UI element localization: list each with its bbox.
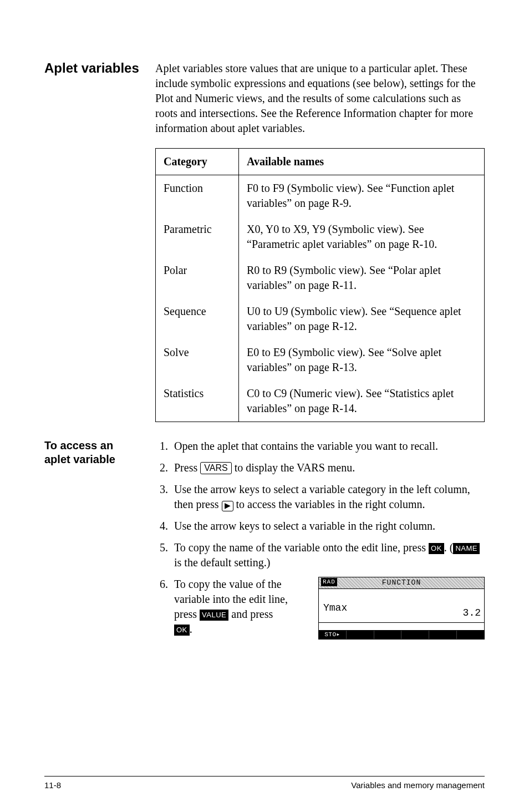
right-arrow-key: ▶ [222,501,233,511]
page-number: 11-8 [44,780,61,790]
table-row: Sequence U0 to U9 (Symbolic view). See “… [156,298,485,339]
table-cell-desc: X0, Y0 to X9, Y9 (Symbolic view). See “P… [239,216,485,257]
table-row: Function F0 to F9 (Symbolic view). See “… [156,175,485,217]
table-cell-category: Solve [156,339,239,380]
ok-softkey: OK [429,543,444,554]
table-cell-desc: U0 to U9 (Symbolic view). See “Sequence … [239,298,485,339]
step-4: Use the arrow keys to select a variable … [171,519,485,534]
intro-paragraph: Aplet variables store values that are un… [155,61,485,136]
subsection-title: To access an aplet variable [44,439,149,466]
table-row: Statistics C0 to C9 (Numeric view). See … [156,380,485,422]
section-title: Aplet variables [44,61,149,75]
name-softkey: NAME [453,543,480,554]
calc-history-area: Ymax 3.2 [319,589,484,622]
aplet-variables-table: Category Available names Function F0 to … [155,148,485,422]
table-header-names: Available names [239,149,485,175]
rad-indicator: RAD [321,578,337,586]
table-cell-desc: R0 to R9 (Symbolic view). See “Polar apl… [239,257,485,298]
table-header-category: Category [156,149,239,175]
step-3: Use the arrow keys to select a variable … [171,482,485,512]
calc-title: FUNCTION [382,578,421,587]
value-softkey: VALUE [200,610,228,621]
footer-rule [44,776,485,777]
table-row: Solve E0 to E9 (Symbolic view). See “Sol… [156,339,485,380]
steps-list: Open the aplet that contains the variabl… [155,439,485,640]
table-row: Parametric X0, Y0 to X9, Y9 (Symbolic vi… [156,216,485,257]
calc-title-bar: RAD FUNCTION [319,577,484,589]
page-footer: 11-8 Variables and memory management [44,780,485,790]
calc-edit-line [319,622,484,630]
step-1: Open the aplet that contains the variabl… [171,439,485,454]
table-row: Polar R0 to R9 (Symbolic view). See “Pol… [156,257,485,298]
calc-ymax-label: Ymax [323,601,347,615]
section-access-variable: To access an aplet variable Open the apl… [44,439,485,646]
calc-ymax-value: 3.2 [463,606,481,620]
table-cell-desc: F0 to F9 (Symbolic view). See “Function … [239,175,485,217]
calc-menu-blank [457,631,484,639]
calc-menu-blank [401,631,429,639]
calc-menu-sto: STO▸ [319,631,347,639]
table-cell-category: Polar [156,257,239,298]
calc-softkey-menu: STO▸ [319,630,484,639]
table-cell-category: Statistics [156,380,239,422]
step-6: To copy the value of the variable into t… [171,577,485,640]
vars-key: VARS [200,462,231,474]
table-cell-category: Parametric [156,216,239,257]
calc-menu-blank [429,631,457,639]
chapter-name: Variables and memory management [351,780,485,790]
calc-menu-blank [347,631,374,639]
table-cell-category: Sequence [156,298,239,339]
step-2: Press VARS to display the VARS menu. [171,460,485,475]
ok-softkey: OK [174,625,190,636]
section-aplet-variables: Aplet variables Aplet variables store va… [44,61,485,422]
table-cell-desc: C0 to C9 (Numeric view). See “Statistics… [239,380,485,422]
calc-menu-blank [374,631,402,639]
calculator-screenshot: RAD FUNCTION Ymax 3.2 STO▸ [318,577,485,640]
table-cell-desc: E0 to E9 (Symbolic view). See “Solve apl… [239,339,485,380]
table-cell-category: Function [156,175,239,217]
step-5: To copy the name of the variable onto th… [171,540,485,570]
